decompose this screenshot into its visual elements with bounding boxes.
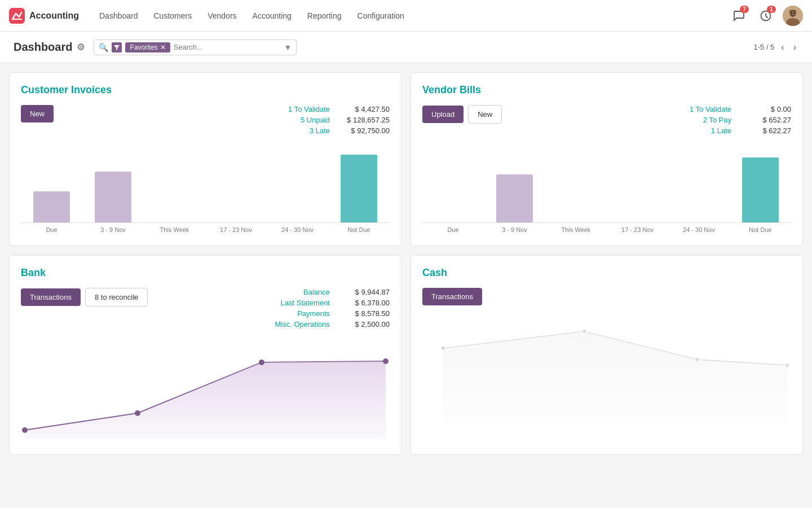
nav-item-dashboard[interactable]: Dashboard <box>92 8 145 24</box>
vendor-bills-new-button[interactable]: New <box>468 105 502 124</box>
stat-row-late: 3 Late $ 92,750.00 <box>288 126 390 135</box>
vb-stat-label-validate[interactable]: 1 To Validate <box>690 105 731 113</box>
cash-line-chart <box>422 314 791 429</box>
page-title: Dashboard ⚙ <box>14 41 85 54</box>
customer-invoices-card: Customer Invoices New 1 To Validate $ 4,… <box>9 72 401 246</box>
search-bar: 🔍 Favorites ✕ ▼ <box>94 40 297 55</box>
vb-bar-3-9-nov <box>496 174 533 222</box>
customer-invoices-new-button[interactable]: New <box>21 105 54 122</box>
filter-icon <box>112 42 122 52</box>
nav-item-configuration[interactable]: Configuration <box>351 8 411 24</box>
stat-row-unpaid: 5 Unpaid $ 128,657.25 <box>288 116 390 124</box>
svg-point-12 <box>582 329 586 334</box>
svg-point-10 <box>383 358 389 364</box>
sub-header: Dashboard ⚙ 🔍 Favorites ✕ ▼ 1-5 / 5 ‹ › <box>0 32 812 63</box>
bar-chart-bars <box>21 144 390 223</box>
filter-tag-remove[interactable]: ✕ <box>160 43 166 51</box>
svg-point-14 <box>785 363 789 367</box>
chart-label-3-9-nov: 3 - 9 Nov <box>82 226 144 233</box>
bank-stat-label-payments[interactable]: Payments <box>297 309 330 318</box>
nav-menu: Dashboard Customers Vendors Accounting R… <box>92 8 729 24</box>
bank-stat-label-misc[interactable]: Misc. Operations <box>275 320 330 329</box>
search-input[interactable] <box>174 43 281 51</box>
settings-icon[interactable]: ⚙ <box>77 42 85 52</box>
chart-label-not-due: Not Due <box>328 226 390 233</box>
bar-group-not-due <box>328 155 390 222</box>
vb-chart-label-24-30-nov: 24 - 30 Nov <box>668 226 730 233</box>
bank-card: Bank Transactions 8 to reconcile Balance… <box>9 255 401 455</box>
stat-label-unpaid[interactable]: 5 Unpaid <box>301 116 330 124</box>
svg-point-6 <box>794 12 796 14</box>
customer-invoices-stats: 1 To Validate $ 4,427.50 5 Unpaid $ 128,… <box>288 105 390 137</box>
activity-button[interactable]: 1 <box>756 6 776 26</box>
bank-title: Bank <box>21 267 390 279</box>
svg-point-11 <box>441 346 445 351</box>
nav-item-vendors[interactable]: Vendors <box>201 8 243 24</box>
bank-line-chart <box>21 340 390 443</box>
svg-point-7 <box>22 427 28 433</box>
cash-header: Transactions <box>422 288 791 305</box>
filter-tag-favorites[interactable]: Favorites ✕ <box>125 42 170 52</box>
bank-stat-row-misc: Misc. Operations $ 2,500.00 <box>275 320 390 329</box>
svg-point-5 <box>791 12 792 14</box>
bar-due <box>33 191 70 222</box>
bank-stat-row-payments: Payments $ 8,578.50 <box>275 309 390 318</box>
vb-chart-label-not-due: Not Due <box>730 226 791 233</box>
bank-stat-value-statement: $ 6,378.00 <box>339 299 390 307</box>
bank-stats: Balance $ 9,944.87 Last Statement $ 6,37… <box>275 288 390 331</box>
stat-value-validate: $ 4,427.50 <box>339 105 390 113</box>
vb-chart-label-17-23-nov: 17 - 23 Nov <box>607 226 668 233</box>
chat-badge: 7 <box>740 6 749 13</box>
app-logo[interactable]: Accounting <box>9 8 79 24</box>
pagination-prev[interactable]: ‹ <box>779 41 786 54</box>
vb-stat-label-late[interactable]: 1 Late <box>711 126 731 135</box>
pagination-text: 1-5 / 5 <box>753 43 774 51</box>
chart-label-due: Due <box>21 226 82 233</box>
nav-item-reporting[interactable]: Reporting <box>301 8 348 24</box>
pagination-next[interactable]: › <box>791 41 798 54</box>
cash-transactions-button[interactable]: Transactions <box>422 288 482 305</box>
vb-stat-label-topay[interactable]: 2 To Pay <box>703 116 731 124</box>
bar-group-due <box>21 191 82 222</box>
bank-stat-value-balance: $ 9,944.87 <box>339 288 390 296</box>
cash-card: Cash Transactions <box>411 255 803 455</box>
vb-stat-value-validate: $ 0.00 <box>740 105 791 113</box>
chart-label-this-week: This Week <box>144 226 205 233</box>
nav-item-customers[interactable]: Customers <box>147 8 199 24</box>
chart-label-24-30-nov: 24 - 30 Nov <box>267 226 328 233</box>
nav-item-accounting[interactable]: Accounting <box>246 8 298 24</box>
cash-chart-svg <box>422 314 791 427</box>
vendor-bills-upload-button[interactable]: Upload <box>422 106 464 123</box>
vendor-bills-card: Vendor Bills Upload New 1 To Validate $ … <box>411 72 803 246</box>
vb-bar-group-not-due <box>730 157 791 222</box>
stat-label-late[interactable]: 3 Late <box>310 126 330 135</box>
user-avatar[interactable] <box>783 6 803 26</box>
vb-chart-label-this-week: This Week <box>545 226 607 233</box>
customer-invoices-actions: New <box>21 105 54 122</box>
bank-stat-value-misc: $ 2,500.00 <box>339 320 390 329</box>
svg-point-8 <box>135 410 140 416</box>
search-dropdown-arrow[interactable]: ▼ <box>284 43 292 52</box>
bar-group-3-9-nov <box>82 172 144 222</box>
bar-3-9-nov <box>95 172 131 222</box>
vb-stat-row-validate: 1 To Validate $ 0.00 <box>690 105 791 113</box>
vendor-bills-title: Vendor Bills <box>422 84 791 96</box>
bank-stat-label-statement[interactable]: Last Statement <box>281 299 330 307</box>
vb-chart-labels: Due 3 - 9 Nov This Week 17 - 23 Nov 24 -… <box>422 226 791 233</box>
vendor-bills-actions: Upload New <box>422 105 502 124</box>
stat-label-validate[interactable]: 1 To Validate <box>288 105 330 113</box>
customer-invoices-header: New 1 To Validate $ 4,427.50 5 Unpaid $ … <box>21 105 390 137</box>
customer-invoices-chart: Due 3 - 9 Nov This Week 17 - 23 Nov 24 -… <box>21 144 390 234</box>
bank-stat-row-statement: Last Statement $ 6,378.00 <box>275 299 390 307</box>
bank-stat-label-balance[interactable]: Balance <box>303 288 330 296</box>
bank-transactions-button[interactable]: Transactions <box>21 288 81 306</box>
bank-stat-value-payments: $ 8,578.50 <box>339 309 390 318</box>
avatar-image <box>783 6 803 26</box>
bank-reconcile-button[interactable]: 8 to reconcile <box>85 288 148 306</box>
vendor-bills-stats: 1 To Validate $ 0.00 2 To Pay $ 652.27 1… <box>690 105 791 137</box>
pagination: 1-5 / 5 ‹ › <box>753 41 798 54</box>
chat-button[interactable]: 7 <box>729 6 749 26</box>
vb-chart-label-due: Due <box>422 226 484 233</box>
cash-actions: Transactions <box>422 288 482 305</box>
vb-stat-value-topay: $ 652.27 <box>740 116 791 124</box>
